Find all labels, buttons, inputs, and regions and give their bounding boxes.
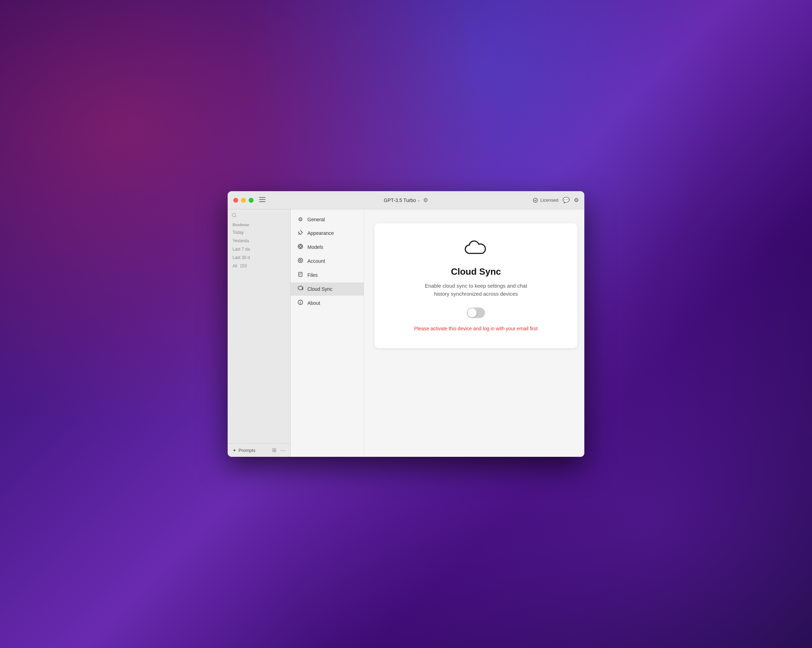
model-selector[interactable]: GPT-3.5 Turbo ⌄	[384, 197, 421, 203]
model-label: GPT-3.5 Turbo	[384, 197, 416, 203]
models-icon	[297, 244, 304, 251]
toggle-container	[467, 308, 485, 318]
svg-point-11	[298, 258, 303, 263]
svg-point-5	[299, 245, 301, 247]
cloud-sync-toggle[interactable]	[467, 308, 485, 318]
minimize-button[interactable]	[241, 198, 246, 203]
model-settings-icon[interactable]: ⚙	[423, 197, 428, 203]
cloud-icon-large	[465, 240, 487, 261]
cloud-sync-nav-icon	[297, 285, 304, 293]
close-button[interactable]	[233, 198, 238, 203]
svg-rect-13	[299, 272, 302, 276]
settings-nav-cloud-sync[interactable]: Cloud Sync	[291, 282, 364, 296]
about-icon	[297, 300, 304, 306]
settings-nav-files[interactable]: Files	[291, 268, 364, 282]
settings-nav-general[interactable]: ⚙ General	[291, 213, 364, 226]
settings-nav-models[interactable]: Models	[291, 241, 364, 254]
account-label: Account	[307, 258, 325, 264]
about-label: About	[307, 300, 321, 306]
settings-sidebar: ⚙ General Appearance	[291, 209, 364, 457]
all-item[interactable]: All 153	[227, 262, 290, 270]
sidebar-items: Today Yesterda Last 7 da Last 30 d All 1…	[227, 228, 290, 443]
cloud-sync-warning: Please activate this device and log in w…	[414, 326, 537, 331]
last30-item[interactable]: Last 30 d	[227, 253, 290, 262]
svg-rect-2	[259, 201, 266, 202]
sidebar-search[interactable]	[227, 209, 290, 221]
svg-point-3	[533, 198, 537, 202]
svg-point-12	[300, 260, 301, 261]
settings-content: Cloud Sync Enable cloud sync to keep set…	[364, 209, 585, 457]
titlebar-center: GPT-3.5 Turbo ⌄ ⚙	[384, 197, 428, 203]
svg-point-16	[300, 301, 301, 302]
files-label: Files	[307, 272, 318, 278]
feedback-icon[interactable]: 💬	[563, 197, 570, 203]
today-item[interactable]: Today	[227, 228, 290, 236]
svg-rect-0	[259, 197, 266, 198]
settings-icon[interactable]: ⚙	[574, 197, 579, 203]
traffic-lights	[233, 198, 253, 203]
appearance-label: Appearance	[307, 230, 334, 236]
models-label: Models	[307, 244, 323, 250]
licensed-label: Licensed	[540, 197, 559, 203]
general-label: General	[307, 217, 325, 222]
settings-nav-account[interactable]: Account	[291, 255, 364, 268]
titlebar-right: Licensed 💬 ⚙	[533, 197, 579, 203]
settings-nav-appearance[interactable]: Appearance	[291, 227, 364, 240]
account-icon	[297, 258, 304, 265]
sidebar-toggle-icon[interactable]	[259, 197, 266, 203]
grid-icon[interactable]: ⊞	[272, 447, 276, 453]
settings-nav-about[interactable]: About	[291, 296, 364, 310]
cloud-sync-card: Cloud Sync Enable cloud sync to keep set…	[374, 223, 577, 348]
model-chevron: ⌄	[417, 198, 420, 202]
sidebar-bottom-icons: ⊞ ⋯	[272, 447, 285, 453]
maximize-button[interactable]	[249, 198, 253, 203]
titlebar: GPT-3.5 Turbo ⌄ ⚙ Licensed 💬 ⚙	[227, 191, 585, 209]
more-icon[interactable]: ⋯	[280, 447, 285, 453]
main-content: Bookmar Today Yesterda Last 7 da Last 30…	[227, 209, 585, 457]
sidebar-bottom: ✦ Prompts ⊞ ⋯	[227, 443, 290, 457]
prompts-button[interactable]: ✦ Prompts	[232, 448, 255, 453]
files-icon	[297, 271, 304, 279]
yesterday-item[interactable]: Yesterda	[227, 236, 290, 245]
app-window: GPT-3.5 Turbo ⌄ ⚙ Licensed 💬 ⚙	[227, 191, 585, 457]
last7-item[interactable]: Last 7 da	[227, 245, 290, 253]
left-sidebar: Bookmar Today Yesterda Last 7 da Last 30…	[227, 209, 291, 457]
svg-rect-1	[259, 199, 266, 200]
general-icon: ⚙	[297, 216, 304, 223]
cloud-sync-nav-label: Cloud Sync	[307, 286, 333, 292]
settings-overlay: ⚙ General Appearance	[291, 209, 585, 457]
licensed-badge: Licensed	[533, 197, 559, 203]
bookmarks-label: Bookmar	[227, 221, 290, 228]
cloud-sync-title: Cloud Sync	[451, 266, 501, 277]
appearance-icon	[297, 230, 304, 236]
cloud-sync-description: Enable cloud sync to keep settings and c…	[417, 282, 536, 298]
